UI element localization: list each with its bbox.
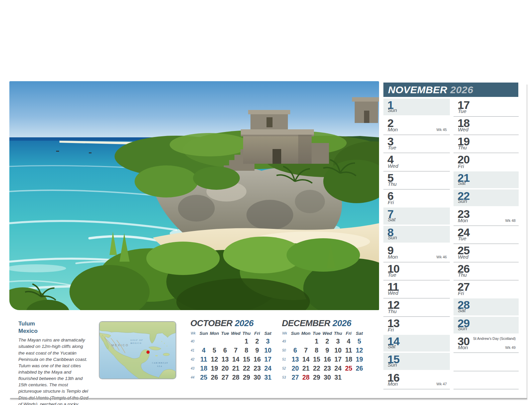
mini-month: OCTOBER [190,318,232,328]
weekday-header: Wed [322,329,333,337]
day-abbreviation: Thu [458,145,467,151]
mini-day-number: 8 [311,346,322,355]
mini-day-number: 22 [311,364,322,373]
calendar-day-cell: 26Thu [454,262,519,280]
day-abbreviation: Sat [388,217,395,223]
location-description: The Mayan ruins are dramatically situate… [18,337,89,405]
calendar-day-cell: 25Wed [454,244,519,262]
week-number: 41 [190,346,198,355]
mini-day-number: 6 [220,346,230,355]
weekday-header: Thu [333,329,343,337]
day-abbreviation: Sun [388,235,397,241]
mini-day-number: 17 [333,355,343,364]
mini-day-number: 29 [311,373,322,382]
mini-day-number: 5 [354,337,365,346]
calendar-day-cell: 29Sun [454,317,519,335]
map-label-gulf-1: GULF OF [131,339,143,341]
weekday-header: Fri [343,329,354,337]
mini-empty-cell [354,373,365,382]
mini-day-number: 11 [343,346,354,355]
mini-day-number: 20 [220,364,230,373]
day-abbreviation: Sun [388,362,397,368]
november-days-column-right: 17Tue18Wed19Thu20Fri21Sat22Sun23MonWk 48… [454,99,519,389]
right-ruin [352,97,379,102]
mini-day-number: 24 [333,364,343,373]
mini-calendar-grid: WkSunMonTueWedThuFriSat40123414567891042… [190,329,277,382]
calendar-day-cell: 16MonWk 47 [383,371,450,389]
day-abbreviation: Tue [388,272,396,278]
weekday-header: Sun [290,329,301,337]
mini-empty-cell [198,337,209,346]
mini-day-number: 15 [311,355,322,364]
location-title: Tulum [18,320,89,327]
week-number-label: Wk 49 [505,346,516,350]
mini-day-number: 10 [333,346,343,355]
boat [89,152,92,153]
mini-empty-cell [220,337,230,346]
mini-day-number: 2 [252,337,262,346]
calendar-day-cell: 10Tue [383,262,450,280]
mini-day-number: 11 [198,355,209,364]
calendar-day-cell: 5Thu [383,171,450,189]
mini-day-number: 2 [322,337,333,346]
mini-day-number: 19 [354,355,365,364]
day-abbreviation: Wed [388,290,398,296]
calendar-day-cell: 8Sun [383,226,450,244]
day-abbreviation: Wed [458,127,469,133]
calendar-day-cell: 3Tue [383,135,450,153]
mini-calendar-grid: WkSunMonTueWedThuFriSat49123455067891011… [281,329,369,382]
day-abbreviation: Mon [458,345,468,351]
mini-day-number: 27 [220,373,230,382]
month-banner: NOVEMBER2026 [383,83,518,97]
calendar-day-cell: 7Sat [383,208,450,226]
week-number: 51 [281,355,290,364]
weekday-header: Wed [230,329,241,337]
mini-calendar-title: DECEMBER2026 [282,318,369,328]
mini-year: 2026 [333,318,351,328]
mini-empty-cell [343,373,354,382]
weekday-header: Mon [209,329,220,337]
calendar-day-cell: 9MonWk 46 [383,244,450,262]
map-hispaniola [163,353,170,356]
calendar-empty-cell [454,353,519,371]
weekday-header: Tue [311,329,322,337]
mini-day-number: 27 [290,373,301,382]
day-abbreviation: Wed [388,163,398,169]
day-abbreviation: Mon [388,381,398,387]
day-abbreviation: Thu [388,308,397,314]
mini-day-number: 12 [209,355,220,364]
mini-day-number: 26 [354,364,365,373]
page-right-edge [527,85,527,398]
mini-day-number: 21 [230,364,241,373]
mini-day-number: 17 [262,355,273,364]
mini-year: 2026 [235,318,253,328]
day-abbreviation: Mon [458,218,468,224]
mini-day-number: 10 [262,346,273,355]
day-abbreviation: Mon [388,127,398,133]
banner-month: NOVEMBER [388,84,447,95]
day-abbreviation: Mon [388,254,398,260]
calendar-page: { "november": { "month": "NOVEMBER", "ye… [0,0,532,405]
mini-empty-cell [230,337,241,346]
calendar-day-cell: 2MonWk 45 [383,117,450,135]
calendar-day-cell: 28Sat [454,298,519,316]
day-abbreviation: Tue [458,108,467,114]
day-abbreviation: Thu [458,272,467,278]
calendar-day-cell: 30MonWk 49St Andrew's Day (Scotland) [454,335,519,353]
mini-day-number: 3 [262,337,273,346]
mini-empty-cell [290,337,301,346]
mini-day-number: 3 [333,337,343,346]
weekday-header: Sun [198,329,209,337]
sky [9,81,379,141]
week-column-header: Wk [281,329,290,337]
mini-day-number: 28 [230,373,241,382]
calendar-day-cell: 20Fri [454,153,519,171]
day-abbreviation: Wed [458,254,469,260]
week-number: 50 [281,346,290,355]
mini-day-number: 14 [301,355,311,364]
page-bottom-shadow [10,398,527,399]
weekday-header: Sat [262,329,273,337]
calendar-day-cell: 1Sun [383,99,450,117]
week-number-label: Wk 47 [436,382,447,386]
mini-calendar-october: OCTOBER2026 WkSunMonTueWedThuFriSat40123… [190,318,277,382]
